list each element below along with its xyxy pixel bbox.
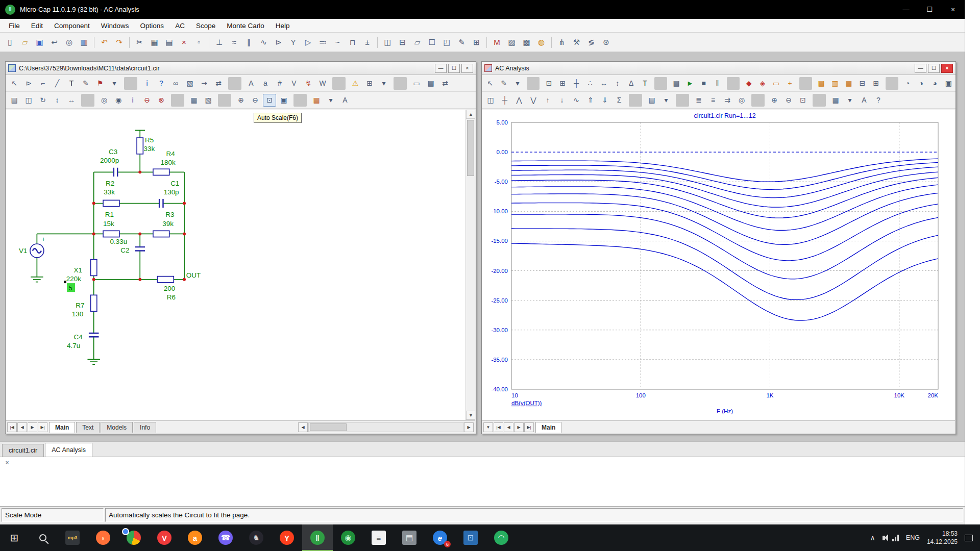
plot-area[interactable]: 5.000.00-5.00-10.00-15.00-20.00-25.00-30… [482,110,955,420]
page-nav-button[interactable]: ▶ [28,422,37,432]
amigo[interactable]: a [180,524,210,551]
restore-button[interactable]: ☐ [928,64,940,73]
split-text-drawing[interactable]: ◰ [440,35,454,49]
vivaldi[interactable]: V [149,524,180,551]
close-button[interactable]: × [461,64,473,73]
copy-picture[interactable]: ▧ [202,94,215,107]
fax-tool[interactable]: ▤ [394,524,425,551]
resistor-component[interactable]: ≈ [227,35,241,49]
horizontal-cursor[interactable]: ⊞ [870,77,883,90]
attributes-dialog[interactable]: ▤ [8,94,21,107]
battery-component[interactable]: ≕ [316,35,330,49]
rotate[interactable]: ↻ [36,94,50,107]
capacitor-c2[interactable] [135,247,145,251]
calculator[interactable]: ⊞ [470,35,483,49]
zoom-in[interactable]: ⊕ [234,94,248,107]
page-nav-button[interactable]: ▶ [514,422,524,432]
title-block[interactable]: ▤ [424,77,437,90]
scroll-thumb[interactable] [310,423,347,431]
grid-dropdown[interactable]: ▾ [377,77,390,90]
flag-mode[interactable]: ⚑ [93,77,107,90]
design-rule-check[interactable]: ⚠ [349,77,362,90]
capacitor-c1[interactable] [159,199,163,208]
baseline[interactable]: ⊟ [856,77,869,90]
viber[interactable]: ☎ [210,524,241,551]
cut[interactable]: ✂ [133,35,146,49]
show-node-voltages[interactable]: V [287,77,301,90]
resistor-r2[interactable] [103,200,119,206]
threads[interactable]: ⋔ [555,35,569,49]
zoom-in[interactable]: ⊕ [768,94,781,107]
transistor-component[interactable]: Y [286,35,300,49]
flip-horizontal[interactable]: ↔ [65,94,78,107]
network-icon[interactable] [892,534,899,541]
show-current-arrows[interactable]: ↯ [302,77,315,90]
stop[interactable]: ■ [697,77,710,90]
grid[interactable]: ⊞ [363,77,376,90]
firefox[interactable]: ◗ [88,524,118,551]
whale-browser[interactable]: ◠ [486,524,517,551]
high[interactable]: ↑ [541,94,554,107]
data-points[interactable]: ◆ [743,77,755,90]
grid-options[interactable]: ▦ [829,94,842,107]
picture-file-dropdown[interactable]: ▾ [108,77,121,90]
pause[interactable]: ‖ [711,77,724,90]
capacitor-c3[interactable] [114,168,117,177]
find-next[interactable]: ◉ [112,94,125,107]
page-nav-button[interactable]: ◀ [504,422,513,432]
sine-source-component[interactable]: ~ [331,35,345,49]
capacitor-component[interactable]: ∥ [242,35,256,49]
green-utility[interactable]: ◉ [333,524,363,551]
open-file[interactable]: ▱ [18,35,32,49]
resistor-r3[interactable] [153,231,169,237]
close-button[interactable]: × [941,64,953,73]
menu-item[interactable]: Scope [190,19,221,32]
clear[interactable]: × [177,35,191,49]
volume-icon[interactable] [883,536,885,540]
graphics-dropdown[interactable]: ▾ [511,77,524,90]
shape-editor[interactable]: ▨ [505,35,519,49]
start-button[interactable]: ⊞ [0,524,29,551]
show-node-numbers[interactable]: # [273,77,286,90]
menu-item[interactable]: Component [48,19,95,32]
same-branch[interactable]: ≡ [706,94,720,107]
notepad[interactable]: ≡ [363,524,394,551]
peak[interactable]: ⋀ [512,94,526,107]
waveform-label[interactable]: dB(v(OUT)) [511,400,542,406]
mirror[interactable]: ◫ [22,94,35,107]
print[interactable]: ▥ [77,35,91,49]
performance-tag-mode[interactable]: Δ [625,77,638,90]
cursor-mode[interactable]: ┼ [570,77,583,90]
run[interactable]: ► [683,77,696,90]
cursor-lock[interactable]: ┼ [498,94,511,107]
panel[interactable]: ◫ [484,94,497,107]
select-mode[interactable]: ↖ [484,77,497,90]
tv-player[interactable]: ⊡ [455,524,486,551]
global-low[interactable]: ⇓ [598,94,611,107]
info[interactable]: i [126,94,139,107]
restore-button[interactable]: ☐ [448,64,460,73]
tag[interactable]: ◎ [735,94,748,107]
mp3directcut[interactable]: mp3 [57,524,88,551]
border-display[interactable]: ▭ [410,77,423,90]
zoom-mode[interactable]: ⊡ [543,77,555,90]
capacitor-c4[interactable] [89,333,99,337]
watch[interactable]: ▣ [942,77,955,90]
font[interactable]: A [857,94,871,107]
palette-dropdown[interactable]: ▾ [324,94,337,107]
page-tab[interactable]: Text [76,422,100,433]
low[interactable]: ↓ [555,94,569,107]
opamp-component[interactable]: ▷ [301,35,315,49]
point-tag-mode[interactable]: ∴ [584,77,597,90]
menu-item[interactable]: AC [169,19,190,32]
copy-to-clipboard[interactable]: ▦ [187,94,201,107]
step-disable[interactable]: ⊖ [140,94,154,107]
vertical-tag-mode[interactable]: ↕ [611,77,624,90]
step-clear[interactable]: ⊗ [155,94,168,107]
wire-mode[interactable]: ⌐ [36,77,50,90]
resistor-r6[interactable] [157,277,174,283]
resistor-r7[interactable] [91,295,97,311]
graphics-mode[interactable]: ✎ [79,77,92,90]
scroll-down-arrow[interactable]: ▼ [466,411,475,420]
align-cursors[interactable]: ≣ [692,94,705,107]
